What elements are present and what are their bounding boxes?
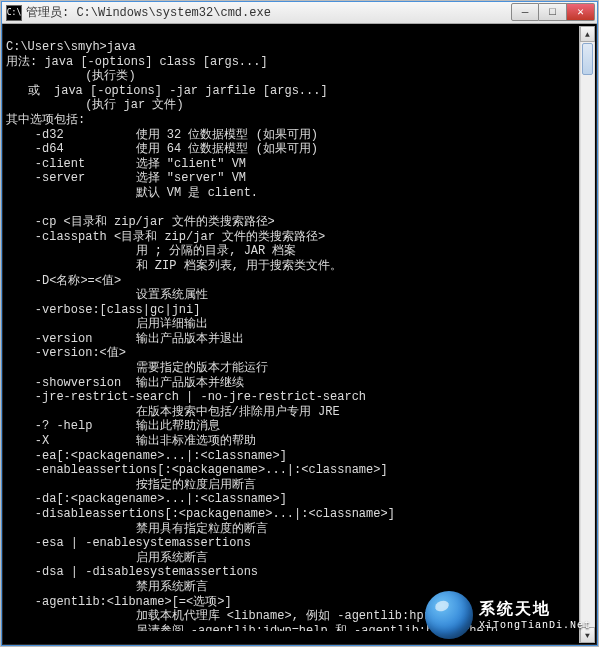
titlebar[interactable]: C:\ 管理员: C:\Windows\system32\cmd.exe — □… (2, 2, 597, 24)
maximize-button[interactable]: □ (539, 3, 567, 21)
scroll-thumb[interactable] (582, 43, 593, 75)
cmd-icon: C:\ (6, 5, 22, 21)
vertical-scrollbar[interactable]: ▲ ▼ (579, 26, 595, 643)
close-button[interactable]: ✕ (567, 3, 595, 21)
window-buttons: — □ ✕ (511, 3, 595, 23)
terminal-output[interactable]: C:\Users\smyh>java 用法: java [-options] c… (4, 38, 579, 631)
cmd-window: C:\ 管理员: C:\Windows\system32\cmd.exe — □… (1, 1, 598, 646)
scroll-up-button[interactable]: ▲ (580, 26, 595, 42)
minimize-button[interactable]: — (511, 3, 539, 21)
window-title: 管理员: C:\Windows\system32\cmd.exe (26, 4, 511, 21)
scroll-track[interactable] (580, 42, 595, 627)
scroll-down-button[interactable]: ▼ (580, 627, 595, 643)
